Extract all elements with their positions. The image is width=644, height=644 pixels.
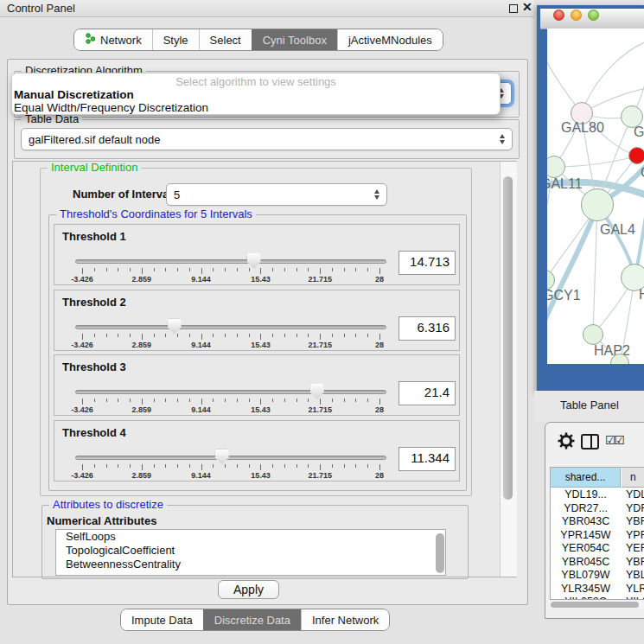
tick-mark bbox=[213, 334, 214, 337]
tick-mark bbox=[284, 334, 285, 337]
slider-track[interactable] bbox=[75, 456, 386, 460]
table-row[interactable]: YDR27...YDR2 bbox=[551, 502, 644, 516]
tab-cyni-toolbox[interactable]: Cyni Toolbox bbox=[252, 29, 337, 50]
threshold-panel: Threshold 4 -3.4262.8599.14415.4321.7152… bbox=[54, 420, 460, 481]
cell-shared-name[interactable]: YBR045C bbox=[551, 556, 621, 570]
network-node-c[interactable] bbox=[628, 147, 644, 164]
table-row[interactable]: YLR345WYLR3 bbox=[551, 583, 644, 596]
tick-label: 9.144 bbox=[191, 471, 211, 480]
slider-track[interactable] bbox=[75, 390, 386, 394]
number-of-intervals-select[interactable]: 5 bbox=[166, 183, 387, 206]
tick-mark bbox=[165, 464, 166, 468]
table-row[interactable]: YBL079WYBL0 bbox=[551, 569, 644, 583]
slider-tick-labels: -3.4262.8599.14415.4321.71528 bbox=[82, 471, 381, 480]
table-hscrollbar-track[interactable] bbox=[551, 601, 644, 609]
cell-shared-name[interactable]: YBL079W bbox=[551, 569, 621, 583]
float-window-icon[interactable] bbox=[509, 4, 518, 13]
threshold-value-field[interactable]: 14.713 bbox=[399, 251, 456, 275]
cell-name[interactable]: YLR3 bbox=[621, 583, 644, 596]
tick-mark bbox=[106, 268, 107, 271]
tick-mark bbox=[379, 268, 380, 274]
slider-thumb[interactable] bbox=[310, 384, 324, 399]
cell-shared-name[interactable]: YBR043C bbox=[551, 515, 621, 529]
attribute-list-item[interactable]: BetweennessCentrality bbox=[56, 558, 445, 571]
node-attribute-table[interactable]: shared... n YDL19...YDL1YDR27...YDR2YBR0… bbox=[550, 467, 644, 600]
table-row[interactable]: YER054CYER0 bbox=[551, 542, 644, 556]
cell-shared-name[interactable]: YDR27... bbox=[551, 502, 621, 516]
cell-name[interactable]: YIL0 bbox=[621, 596, 644, 600]
tab-infer-network[interactable]: Infer Network bbox=[301, 609, 389, 630]
tick-mark bbox=[106, 464, 107, 468]
cell-name[interactable]: YBR0 bbox=[621, 556, 644, 570]
network-canvas[interactable]: GAL80GACGAL11GAL4GCY1HHAP2 bbox=[547, 29, 644, 364]
tab-impute-data[interactable]: Impute Data bbox=[121, 609, 203, 630]
table-data-select[interactable]: galFiltered.sif default node bbox=[21, 128, 513, 150]
threshold-value-field[interactable]: 11.344 bbox=[399, 447, 456, 471]
numerical-attributes-list[interactable]: SelfLoopsTopologicalCoefficientBetweenne… bbox=[55, 529, 446, 576]
slider-thumb[interactable] bbox=[168, 319, 182, 335]
table-row[interactable]: YDL19...YDL1 bbox=[551, 488, 644, 502]
zoom-traffic-light[interactable] bbox=[588, 10, 599, 21]
table-row[interactable]: YBR043CYBR0 bbox=[551, 515, 644, 529]
node-label: H bbox=[639, 287, 644, 303]
tick-mark bbox=[367, 268, 368, 271]
slider-track[interactable] bbox=[75, 325, 386, 329]
dropdown-option-equal-width[interactable]: Equal Width/Frequency Discretization bbox=[12, 101, 500, 114]
cell-name[interactable]: YER0 bbox=[621, 542, 644, 556]
tick-mark bbox=[94, 464, 95, 468]
cell-name[interactable]: YDR2 bbox=[621, 502, 644, 516]
column-header-name[interactable]: n bbox=[622, 468, 644, 488]
network-node-hap2[interactable] bbox=[583, 324, 603, 345]
list-scrollbar-thumb[interactable] bbox=[436, 533, 444, 573]
tick-mark bbox=[379, 464, 380, 470]
settings-scrollbar-thumb[interactable] bbox=[503, 176, 513, 500]
close-traffic-light[interactable] bbox=[553, 10, 564, 21]
cell-shared-name[interactable]: YIL052C bbox=[551, 596, 621, 600]
cell-name[interactable]: YPR1 bbox=[621, 529, 644, 543]
cell-shared-name[interactable]: YDL19... bbox=[551, 488, 621, 502]
table-hscrollbar-thumb[interactable] bbox=[551, 602, 639, 608]
slider-thumb[interactable] bbox=[215, 450, 229, 465]
columns-icon[interactable] bbox=[581, 434, 599, 450]
group-title: Threshold's Coordinates for 5 Intervals bbox=[56, 208, 256, 220]
attribute-list-item[interactable]: SelfLoops bbox=[56, 530, 445, 544]
tab-jactivemnodules[interactable]: jActiveMNodules bbox=[337, 29, 443, 50]
slider-ticks bbox=[82, 464, 381, 471]
tick-mark bbox=[82, 268, 83, 274]
cell-shared-name[interactable]: YPR145W bbox=[551, 529, 621, 543]
network-view-window[interactable]: GAL80GACGAL11GAL4GCY1HHAP2 bbox=[537, 5, 644, 392]
tick-label: 9.144 bbox=[191, 275, 211, 284]
gear-icon[interactable] bbox=[558, 432, 575, 453]
apply-button[interactable]: Apply bbox=[218, 580, 279, 599]
slider-thumb[interactable] bbox=[247, 253, 261, 269]
tick-mark bbox=[142, 399, 143, 405]
slider-track[interactable] bbox=[75, 259, 386, 264]
dropdown-option-manual[interactable]: Manual Discretization bbox=[12, 88, 500, 101]
column-header-shared-name[interactable]: shared... bbox=[551, 468, 621, 488]
threshold-label: Threshold 3 bbox=[62, 360, 126, 373]
cell-shared-name[interactable]: YER054C bbox=[551, 542, 621, 556]
close-icon[interactable]: ✕ bbox=[522, 0, 532, 14]
tab-style[interactable]: Style bbox=[152, 29, 199, 50]
network-node-gal4[interactable] bbox=[581, 188, 614, 221]
cell-name[interactable]: YDL1 bbox=[621, 488, 644, 502]
cell-name[interactable]: YBR0 bbox=[621, 515, 644, 529]
minimize-traffic-light[interactable] bbox=[571, 10, 582, 21]
select-columns-checkboxes-icon[interactable]: ☑☑ bbox=[605, 433, 623, 447]
table-row[interactable]: YPR145WYPR1 bbox=[551, 529, 644, 543]
tab-select[interactable]: Select bbox=[199, 29, 252, 50]
table-row[interactable]: YBR045CYBR0 bbox=[551, 556, 644, 570]
attribute-list-item[interactable]: TopologicalCoefficient bbox=[56, 544, 445, 558]
threshold-value-field[interactable]: 6.316 bbox=[399, 316, 456, 341]
cell-shared-name[interactable]: YLR345W bbox=[551, 583, 621, 596]
tick-mark bbox=[320, 399, 321, 405]
cell-name[interactable]: YBL0 bbox=[621, 569, 644, 583]
tab-network[interactable]: Network bbox=[74, 29, 152, 50]
tick-mark bbox=[296, 334, 297, 337]
threshold-value-field[interactable]: 21.4 bbox=[399, 381, 456, 405]
tab-discretize-data[interactable]: Discretize Data bbox=[203, 609, 301, 630]
tick-mark bbox=[201, 268, 202, 274]
combo-arrows-icon bbox=[500, 134, 505, 144]
tick-mark bbox=[177, 268, 178, 271]
table-row[interactable]: YIL052CYIL0 bbox=[551, 596, 644, 600]
